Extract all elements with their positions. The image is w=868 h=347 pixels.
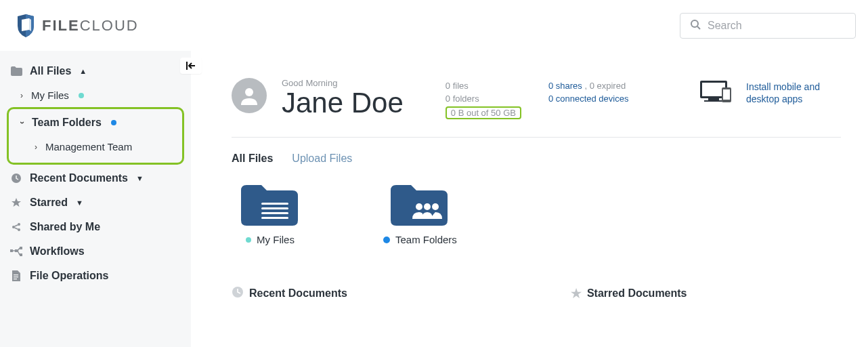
nav-my-files-label: My Files	[31, 89, 69, 101]
folder-icon	[9, 66, 23, 76]
star-icon	[9, 197, 23, 208]
chevron-right-icon: ›	[20, 91, 23, 100]
brand-name: FILECLOUD	[42, 17, 139, 35]
sidebar: All Files ▲ › My Files › Team Folders › …	[0, 51, 191, 347]
clock-icon	[9, 173, 23, 184]
folder-team-icon	[388, 182, 449, 227]
svg-rect-10	[20, 253, 22, 256]
svg-rect-14	[14, 279, 17, 279]
nav-team-folders[interactable]: › Team Folders	[9, 110, 182, 135]
svg-rect-8	[10, 249, 13, 252]
svg-rect-23	[261, 207, 288, 209]
nav-management-team-label: Management Team	[45, 141, 132, 152]
star-icon: ★	[571, 286, 582, 301]
annotation-highlight: › Team Folders › Management Team	[7, 107, 184, 165]
tab-upload-files[interactable]: Upload Files	[292, 152, 352, 165]
svg-rect-19	[704, 100, 723, 102]
folder-lines-icon	[238, 182, 299, 227]
status-dot-blue	[111, 120, 116, 125]
search-input[interactable]	[708, 20, 846, 32]
search-icon	[690, 19, 701, 33]
stat-storage-highlight: 0 B out of 50 GB	[446, 106, 521, 119]
nav-shared-by-me[interactable]: Shared by Me	[0, 215, 191, 239]
stat-shares: 0 shares , 0 expired	[548, 81, 629, 91]
main-content: Good Morning Jane Doe 0 files 0 folders …	[191, 51, 868, 347]
nav-starred[interactable]: Starred ▼	[0, 190, 191, 215]
caret-up-icon: ▲	[79, 67, 87, 75]
svg-rect-22	[261, 203, 288, 205]
section-starred-label: Starred Documents	[587, 287, 687, 300]
chevron-down-icon: ›	[18, 121, 27, 124]
clock-icon	[232, 286, 244, 301]
svg-rect-17	[702, 83, 725, 96]
section-starred-documents: ★ Starred Documents	[571, 286, 687, 301]
svg-rect-24	[261, 212, 288, 214]
tile-my-files[interactable]: My Files	[238, 182, 299, 245]
filecloud-shield-icon	[15, 14, 37, 38]
nav-recent-documents-label: Recent Documents	[30, 172, 128, 184]
section-recent-documents: Recent Documents	[232, 286, 347, 301]
content-tabs: All Files Upload Files	[232, 152, 841, 165]
workflow-icon	[9, 247, 23, 256]
svg-point-28	[432, 203, 439, 210]
nav-file-operations-label: File Operations	[30, 270, 108, 282]
svg-point-0	[691, 20, 698, 27]
file-icon	[9, 270, 23, 281]
tile-team-folders[interactable]: Team Folders	[381, 182, 457, 245]
caret-down-icon: ▼	[136, 174, 144, 182]
nav-all-files-label: All Files	[30, 65, 71, 77]
install-apps-label: Install mobile and desktop apps	[746, 81, 841, 105]
caret-down-icon: ▼	[76, 199, 83, 207]
install-apps[interactable]: Install mobile and desktop apps	[697, 78, 841, 108]
tile-team-folders-label: Team Folders	[395, 234, 457, 245]
nav-shared-by-me-label: Shared by Me	[30, 221, 100, 233]
user-avatar[interactable]	[232, 78, 267, 113]
dashboard-hero: Good Morning Jane Doe 0 files 0 folders …	[232, 78, 841, 138]
section-recent-label: Recent Documents	[249, 287, 347, 300]
brand-logo[interactable]: FILECLOUD	[15, 14, 139, 38]
nav-file-operations[interactable]: File Operations	[0, 264, 191, 288]
username: Jane Doe	[282, 88, 404, 118]
chevron-right-icon: ›	[35, 142, 37, 152]
nav-team-folders-label: Team Folders	[32, 117, 102, 129]
section-headers: Recent Documents ★ Starred Documents	[232, 286, 841, 301]
svg-point-26	[416, 203, 422, 210]
status-dot-blue	[383, 237, 390, 243]
svg-rect-11	[15, 249, 18, 252]
nav-all-files[interactable]: All Files ▲	[0, 59, 191, 83]
status-dot-teal	[79, 93, 84, 98]
tile-my-files-label: My Files	[257, 234, 295, 245]
devices-icon	[697, 78, 737, 108]
svg-rect-18	[708, 98, 719, 100]
nav-workflows-label: Workflows	[30, 245, 85, 258]
stat-files: 0 files	[446, 81, 521, 91]
svg-rect-13	[14, 277, 18, 277]
share-icon	[9, 222, 23, 232]
nav-starred-label: Starred	[30, 197, 68, 209]
stat-folders: 0 folders	[446, 94, 521, 104]
svg-point-27	[424, 203, 431, 210]
nav-management-team[interactable]: › Management Team	[9, 135, 182, 159]
svg-rect-25	[261, 217, 288, 219]
search-box[interactable]	[680, 13, 856, 39]
svg-point-15	[245, 88, 253, 96]
nav-recent-documents[interactable]: Recent Documents ▼	[0, 166, 191, 190]
svg-rect-12	[14, 274, 18, 275]
header: FILECLOUD	[0, 0, 868, 51]
status-dot-teal	[246, 237, 251, 243]
stats: 0 files 0 folders 0 B out of 50 GB 0 sha…	[446, 81, 629, 119]
nav-workflows[interactable]: Workflows	[0, 239, 191, 264]
nav-my-files[interactable]: › My Files	[0, 83, 191, 107]
svg-rect-21	[723, 89, 730, 100]
svg-line-1	[697, 26, 700, 29]
svg-rect-9	[20, 247, 22, 249]
tab-all-files[interactable]: All Files	[232, 152, 273, 165]
stat-devices[interactable]: 0 connected devices	[548, 94, 629, 104]
folder-tiles: My Files Team Fo	[232, 182, 841, 245]
